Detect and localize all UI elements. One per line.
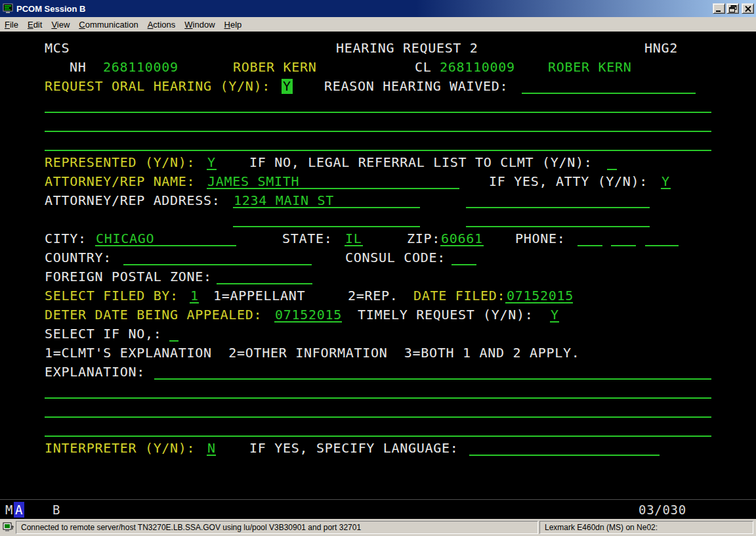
close-button[interactable] [742,3,754,14]
field-attorney-rep-address-1-underline[interactable] [233,207,420,208]
connection-icon [3,522,14,533]
field-specify-language[interactable] [469,455,660,456]
menu-item-communication[interactable]: Communication [74,18,142,31]
label-attorney-rep-address: ATTORNEY/REP ADDRESS: [45,193,220,208]
text-select-if-no-options: 1=CLMT'S EXPLANATION 2=OTHER INFORMATION… [45,346,579,361]
field-reason-hearing-waived-line-4[interactable] [45,150,711,151]
field-timely-request-underline[interactable] [550,321,559,323]
window-controls [711,3,754,14]
label-country: COUNTRY: [45,250,112,265]
label-phone: PHONE: [515,231,565,246]
value-nh-number: 268110009 [103,60,178,75]
label-nh: NH [70,60,86,75]
minimize-button[interactable] [713,3,725,14]
field-city[interactable]: CHICAGO [96,231,154,246]
menu-item-edit[interactable]: Edit [23,18,47,31]
field-foreign-postal-zone[interactable] [217,283,312,284]
screen-id-left: MCS [45,41,70,56]
menu-item-actions[interactable]: Actions [143,18,180,31]
label-specify-language: IF YES, SPECIFY LANGUAGE: [249,441,459,456]
field-select-filed-by[interactable]: 1 [190,288,199,303]
label-represented: REPRESENTED (Y/N): [45,155,195,170]
field-interpreter-underline[interactable] [207,455,216,456]
label-if-yes-atty: IF YES, ATTY (Y/N): [489,174,648,189]
field-explanation-line-1[interactable] [154,378,711,380]
close-icon [744,5,752,12]
menu-item-file[interactable]: File [0,18,23,31]
field-zip[interactable]: 60661 [441,231,483,246]
field-city-underline[interactable] [95,245,236,246]
label-interpreter: INTERPRETER (Y/N): [45,441,195,456]
field-deter-date-being-appealed[interactable]: 07152015 [275,307,342,323]
status-connection-text: Connected to remote server/host TN3270E.… [21,523,361,532]
field-consul-code[interactable] [452,264,476,265]
value-cl-number: 268110009 [440,60,515,75]
restore-icon [729,5,737,12]
field-country[interactable] [123,264,312,265]
status-connection-panel: Connected to remote server/host TN3270E.… [16,521,538,534]
oia-status-m: M [5,502,13,518]
field-attorney-rep-address-3[interactable] [233,226,420,227]
terminal-screen[interactable]: MCS HEARING REQUEST 2 HNG2 NH 268110009 … [0,32,756,499]
label-timely-request: TIMELY REQUEST (Y/N): [358,307,534,323]
field-if-yes-atty[interactable]: Y [662,174,670,189]
field-reason-hearing-waived-line-3[interactable] [45,131,711,132]
window-title: PCOM Session B [16,4,85,14]
oia-status-row: M A B 03/030 [0,499,756,519]
field-attorney-rep-address-1[interactable]: 1234 MAIN ST [234,193,334,208]
field-legal-referral-list[interactable] [607,169,617,170]
field-explanation-line-2[interactable] [45,397,711,399]
field-date-filed-underline[interactable] [505,302,573,303]
label-consul-code: CONSUL CODE: [345,250,446,265]
field-phone-area[interactable] [578,245,602,246]
label-city: CITY: [45,231,87,246]
field-represented-underline[interactable] [207,169,217,170]
text-filed-by-option-2: 2=REP. [348,288,398,303]
label-cl: CL [415,60,431,75]
menu-bar: FileEditViewCommunicationActionsWindowHe… [0,17,756,32]
field-attorney-rep-address-4[interactable] [466,226,650,227]
field-if-yes-atty-underline[interactable] [661,188,671,189]
field-select-filed-by-underline[interactable] [190,302,199,303]
status-printer-panel: Lexmark E460dn (MS) on Ne02: [539,521,753,534]
minimize-icon [715,5,723,12]
label-legal-referral-list: IF NO, LEGAL REFERRAL LIST TO CLMT (Y/N)… [249,155,592,170]
field-explanation-line-3[interactable] [45,416,711,418]
field-attorney-rep-name[interactable]: JAMES SMITH [207,174,299,189]
field-timely-request[interactable]: Y [551,307,559,323]
oia-status-a-indicator: A [14,502,24,518]
field-attorney-rep-name-underline[interactable] [207,188,459,189]
screen-code: HNG2 [644,41,678,56]
status-bar: Connected to remote server/host TN3270E.… [0,519,756,536]
field-date-filed[interactable]: 07152015 [507,288,574,303]
field-explanation-line-4[interactable] [45,436,711,437]
field-deter-date-underline[interactable] [274,321,342,323]
field-state[interactable]: IL [345,231,362,246]
field-zip-underline[interactable] [440,245,484,246]
text-filed-by-option-1: 1=APPELLANT [213,288,305,303]
status-printer-text: Lexmark E460dn (MS) on Ne02: [545,523,658,532]
field-state-underline[interactable] [345,245,363,246]
oia-cursor-position: 03/030 [639,502,686,518]
label-attorney-rep-name: ATTORNEY/REP NAME: [45,174,195,189]
value-cl-name: ROBER KERN [548,60,631,75]
field-represented[interactable]: Y [207,155,216,170]
field-phone-prefix[interactable] [611,245,636,246]
label-select-filed-by: SELECT FILED BY: [45,288,178,303]
field-reason-hearing-waived-line-1[interactable] [522,93,696,94]
field-attorney-rep-address-2[interactable] [466,207,650,208]
oia-session-id: B [52,502,60,518]
field-reason-hearing-waived-line-2[interactable] [45,112,711,113]
cursor-field-request-oral-hearing[interactable]: Y [282,79,293,94]
field-phone-line[interactable] [645,245,679,246]
label-zip: ZIP: [407,231,440,246]
label-date-filed: DATE FILED: [413,288,505,303]
menu-item-help[interactable]: Help [220,18,247,31]
restore-button[interactable] [726,3,739,14]
value-nh-name: ROBER KERN [233,60,316,75]
field-select-if-no[interactable] [169,340,178,342]
field-interpreter[interactable]: N [207,441,216,456]
menu-item-window[interactable]: Window [180,18,219,31]
menu-item-view[interactable]: View [47,18,74,31]
label-foreign-postal-zone: FOREIGN POSTAL ZONE: [45,269,212,284]
